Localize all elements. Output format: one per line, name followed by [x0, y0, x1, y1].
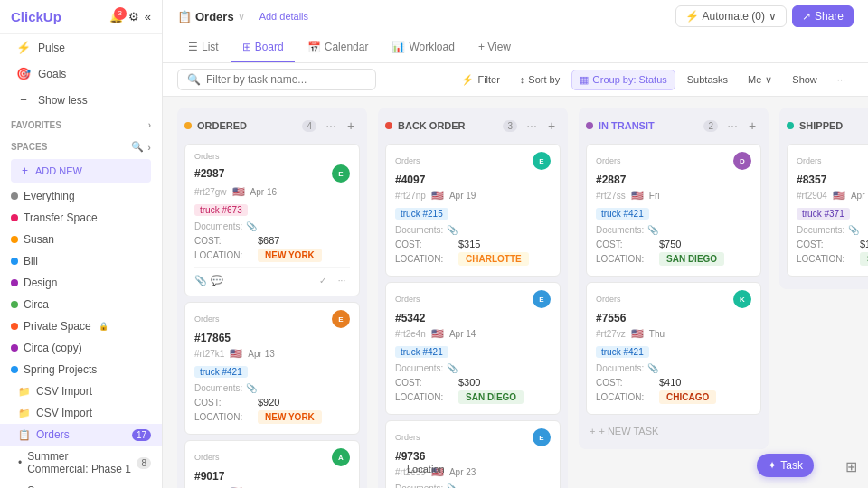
- card-2987-avatar: E: [332, 164, 350, 183]
- more-options-button[interactable]: ···: [829, 70, 854, 89]
- sidebar-item-design[interactable]: Design: [0, 272, 162, 294]
- card-8357[interactable]: Orders E #8357 #rt2904 🇺🇸 Apr 13 truck #…: [787, 144, 868, 277]
- column-backorder-header: BACK ORDER 3 ··· +: [385, 115, 561, 136]
- card-5342-docs: Documents: 📎: [395, 363, 551, 373]
- card-2987[interactable]: Orders #2987 E #rt27gw 🇺🇸 Apr 16 truck #…: [184, 144, 360, 296]
- subtasks-button[interactable]: Subtasks: [679, 70, 736, 89]
- column-backorder-add[interactable]: +: [542, 117, 561, 135]
- sidebar-item-goals[interactable]: 🎯 Goals: [5, 61, 156, 86]
- column-ordered-add[interactable]: +: [342, 117, 360, 135]
- card-9736[interactable]: Orders E #9736 #rt2e59 🇺🇸 Apr 23 Documen…: [385, 420, 561, 488]
- card-7556[interactable]: Orders K #7556 #rt27vz 🇺🇸 Thu truck #421: [586, 282, 761, 415]
- notifications-button[interactable]: 🔔 3: [109, 11, 123, 23]
- sidebar-item-everything[interactable]: Everything: [0, 185, 162, 207]
- share-button[interactable]: ↗ Share: [792, 5, 854, 27]
- sidebar-item-private[interactable]: Private Space 🔒: [0, 315, 162, 337]
- settings-icon[interactable]: ⚙: [128, 10, 139, 23]
- docs-icon-2: 📎: [246, 383, 257, 393]
- task-fab-button[interactable]: ✦ Task: [757, 454, 814, 477]
- board-icon: ⊞: [242, 41, 251, 53]
- card-7556-location: LOCATION: CHICAGO: [596, 390, 751, 404]
- task-fab-icon: ✦: [768, 459, 777, 472]
- column-in-transit-more[interactable]: ···: [723, 117, 741, 135]
- card-17865-avatar: E: [332, 310, 350, 328]
- in-transit-new-task[interactable]: + + NEW TASK: [586, 420, 761, 442]
- add-new-icon: +: [22, 164, 28, 177]
- docs-icon-5: 📎: [447, 363, 458, 373]
- card-2987-check[interactable]: ✓: [315, 272, 331, 288]
- sidebar-item-circa-copy[interactable]: Circa (copy): [0, 337, 162, 359]
- card-2887[interactable]: Orders D #2887 #rt27ss 🇺🇸 Fri truck #421: [586, 144, 761, 277]
- column-ordered-header: ORDERED 4 ··· +: [184, 115, 360, 136]
- breadcrumb: 📋 Orders ∨: [177, 10, 245, 23]
- sort-button[interactable]: ↕ Sort by: [512, 70, 568, 89]
- card-4097-location: LOCATION: CHARLOTTE: [395, 252, 551, 266]
- card-7556-meta: #rt27vz 🇺🇸 Thu: [596, 328, 751, 340]
- grid-view-icon[interactable]: ⊞: [845, 458, 857, 475]
- filter-button[interactable]: ⚡ Filter: [453, 70, 507, 90]
- card-8357-tag: truck #371: [797, 208, 850, 220]
- card-2987-tag: truck #673: [194, 204, 248, 216]
- card-17865-location: LOCATION: NEW YORK: [194, 410, 350, 424]
- card-17865[interactable]: Orders E #17865 #rt27k1 🇺🇸 Apr 13 truck …: [184, 302, 360, 435]
- me-button[interactable]: Me ∨: [740, 70, 780, 90]
- breadcrumb-arrow: ∨: [238, 11, 245, 23]
- tab-add-view[interactable]: + View: [467, 33, 522, 62]
- sidebar-item-spring[interactable]: Spring Projects: [0, 359, 162, 380]
- sidebar-item-pulse[interactable]: ⚡ Pulse: [5, 35, 156, 60]
- card-9736-header: Orders E: [395, 428, 551, 446]
- card-2887-location: LOCATION: SAN DIEGO: [596, 252, 751, 266]
- sidebar-item-add-new[interactable]: + ADD NEW: [11, 159, 151, 183]
- card-2987-more[interactable]: ···: [334, 272, 350, 288]
- column-shipped-header: SHIPPED 1 ··· +: [787, 115, 868, 136]
- sidebar-folder-summer1[interactable]: • Summer Commercial: Phase 1 8: [0, 446, 162, 480]
- sidebar-folder-csv2[interactable]: 📁 CSV Import: [0, 402, 162, 424]
- list-icon: ☰: [188, 41, 198, 53]
- sidebar-item-bill[interactable]: Bill: [0, 250, 162, 272]
- card-7556-location-badge: CHICAGO: [659, 390, 716, 404]
- show-button[interactable]: Show: [784, 70, 826, 89]
- tab-list[interactable]: ☰ List: [177, 33, 230, 62]
- collapse-icon[interactable]: «: [145, 10, 151, 23]
- group-button[interactable]: ▦ Group by: Status: [571, 70, 675, 90]
- sidebar-item-susan[interactable]: Susan: [0, 229, 162, 250]
- tab-calendar[interactable]: 📅 Calendar: [297, 33, 380, 62]
- goals-icon: 🎯: [16, 67, 31, 80]
- filter-bar: 🔍 ⚡ Filter ↕ Sort by ▦ Group by: Status …: [163, 63, 868, 97]
- column-ordered-more[interactable]: ···: [322, 117, 340, 135]
- card-9017[interactable]: Orders A #9017 #rt2avb 🇺🇸 Mon Documents:…: [184, 440, 360, 488]
- orders-icon: 📋: [18, 429, 31, 441]
- sidebar-folder-csv1[interactable]: 📁 CSV Import: [0, 380, 162, 402]
- card-4097-meta: #rt27np 🇺🇸 Apr 19: [395, 190, 551, 202]
- spaces-expand[interactable]: ›: [147, 142, 151, 153]
- sidebar-item-show-less[interactable]: − Show less: [5, 88, 156, 112]
- sidebar-folder-orders[interactable]: 📋 Orders 17: [0, 424, 162, 446]
- search-input[interactable]: [206, 73, 366, 86]
- add-details-button[interactable]: Add details: [259, 11, 308, 22]
- card-17865-location-badge: NEW YORK: [258, 410, 322, 424]
- column-backorder-more[interactable]: ···: [523, 117, 541, 135]
- tab-board[interactable]: ⊞ Board: [231, 33, 295, 62]
- card-8357-cost: COST: $1,200: [797, 239, 868, 249]
- breadcrumb-icon: 📋: [177, 10, 192, 23]
- card-5342-header: Orders E: [395, 290, 551, 308]
- sidebar-item-transfer[interactable]: Transfer Space: [0, 207, 162, 229]
- card-5342[interactable]: Orders E #5342 #rt2e4n 🇺🇸 Apr 14 truck #…: [385, 282, 561, 415]
- card-8357-header: Orders E: [797, 152, 868, 170]
- circa-copy-dot: [11, 344, 18, 352]
- card-8357-location: LOCATION: SAN DIEGO: [797, 252, 868, 266]
- tab-workload[interactable]: 📊 Workload: [381, 33, 465, 62]
- column-in-transit-add[interactable]: +: [743, 117, 761, 135]
- automate-button[interactable]: ⚡ Automate (0) ∨: [675, 5, 787, 27]
- spaces-search-icon[interactable]: 🔍: [131, 141, 144, 153]
- location-bottom-bar: Location: [407, 463, 445, 475]
- sidebar-item-circa[interactable]: Circa: [0, 294, 162, 315]
- main-content: 📋 Orders ∨ Add details ⚡ Automate (0) ∨ …: [163, 0, 868, 488]
- sidebar-folder-summer2[interactable]: • Summer Commercial: Phase 2 5: [0, 480, 162, 488]
- card-2987-location-badge: NEW YORK: [258, 249, 322, 262]
- card-7556-cost: COST: $410: [596, 377, 751, 388]
- card-2987-attach-icon: 📎: [194, 275, 207, 286]
- card-9736-avatar: E: [533, 428, 551, 446]
- card-4097[interactable]: Orders E #4097 #rt27np 🇺🇸 Apr 19 truck #…: [385, 144, 561, 277]
- favorites-expand[interactable]: ›: [148, 120, 151, 130]
